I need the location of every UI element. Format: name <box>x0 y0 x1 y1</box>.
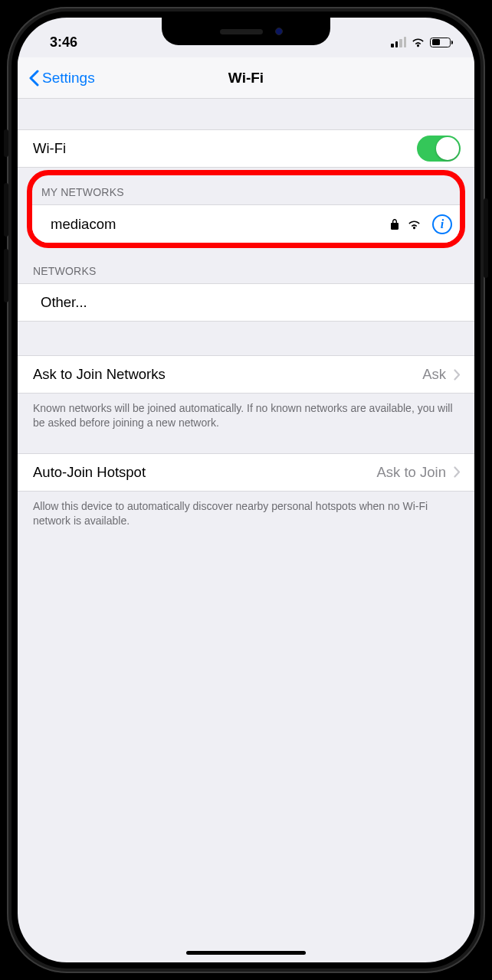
other-network-row[interactable]: Other... <box>18 283 474 322</box>
phone-screen: 3:46 <box>18 18 474 962</box>
other-label: Other... <box>33 294 461 311</box>
speaker <box>220 29 263 34</box>
back-button[interactable]: Settings <box>28 70 95 87</box>
wifi-toggle-row[interactable]: Wi-Fi <box>18 129 474 168</box>
wifi-status-icon <box>411 37 425 47</box>
auto-join-value: Ask to Join <box>377 464 447 481</box>
ask-to-join-label: Ask to Join Networks <box>33 366 422 383</box>
info-icon[interactable]: i <box>432 214 452 234</box>
lock-icon <box>390 218 399 230</box>
chevron-left-icon <box>28 70 39 87</box>
home-indicator[interactable] <box>186 951 306 955</box>
ask-to-join-footer: Known networks will be joined automatica… <box>18 394 474 435</box>
back-label: Settings <box>42 70 95 87</box>
front-camera <box>275 28 283 35</box>
content: Wi-Fi MY NETWORKS mediacom <box>18 99 474 533</box>
phone-frame: 3:46 <box>7 7 485 973</box>
wifi-toggle[interactable] <box>417 136 461 162</box>
status-time: 3:46 <box>50 34 77 51</box>
volume-up-button <box>4 183 8 237</box>
page-title: Wi-Fi <box>228 70 264 87</box>
networks-header: NETWORKS <box>18 248 474 283</box>
ask-to-join-value: Ask <box>422 366 446 383</box>
mute-switch <box>4 129 8 157</box>
volume-down-button <box>4 249 8 302</box>
notch <box>162 18 330 45</box>
wifi-signal-icon <box>407 219 421 230</box>
auto-join-footer: Allow this device to automatically disco… <box>18 492 474 533</box>
cellular-signal-icon <box>391 37 406 47</box>
highlight-my-networks: MY NETWORKS mediacom i <box>27 170 465 248</box>
network-name: mediacom <box>43 216 390 233</box>
status-right <box>391 37 453 47</box>
nav-header: Settings Wi-Fi <box>18 57 474 99</box>
my-networks-header: MY NETWORKS <box>32 175 460 204</box>
chevron-right-icon <box>454 466 461 478</box>
auto-join-row[interactable]: Auto-Join Hotspot Ask to Join <box>18 453 474 492</box>
network-icons: i <box>390 214 452 234</box>
auto-join-label: Auto-Join Hotspot <box>33 464 377 481</box>
battery-icon <box>430 38 453 47</box>
ask-to-join-row[interactable]: Ask to Join Networks Ask <box>18 355 474 394</box>
wifi-toggle-label: Wi-Fi <box>33 140 417 157</box>
chevron-right-icon <box>454 369 461 381</box>
power-button <box>484 198 488 278</box>
network-row-mediacom[interactable]: mediacom i <box>32 204 460 243</box>
